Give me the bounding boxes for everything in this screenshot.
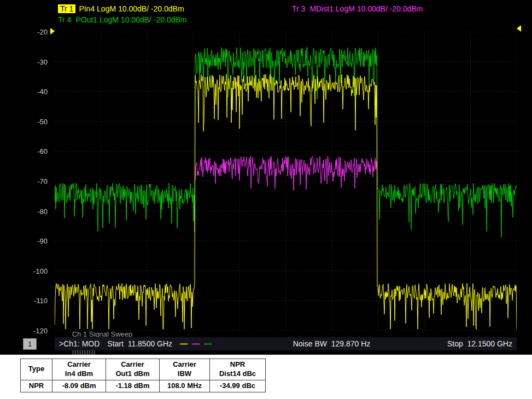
channel-start-group: >Ch1: MOD Start 11.8500 GHz — — — (59, 339, 216, 348)
y-axis-tick-label: -40 (37, 88, 48, 96)
trace-legend-row-3: Tr 3 MDist1 LogM 10.00dB/ -20.0dBm (292, 4, 423, 13)
stop-frequency[interactable]: Stop 12.1500 GHz (447, 339, 512, 348)
y-axis-tick-label: -80 (37, 207, 48, 215)
trace1-dash-icon: — (180, 339, 188, 348)
trace-legend-row-4: Tr 4 POut1 LogM 10.00dB/ -20.0dBm (58, 15, 187, 24)
results-footer: Type CarrierIn4 dBm CarrierOut1 dBm Carr… (0, 355, 532, 399)
col-header-carrier-ibw: CarrierIBW (160, 359, 210, 380)
channel-badge[interactable]: 1 (23, 338, 37, 350)
trace3-selector[interactable]: Tr 3 (292, 4, 305, 13)
cell-npr-dist14: -34.99 dBc (210, 380, 266, 392)
cell-carrier-ibw: 108.0 MHz (160, 380, 210, 392)
vna-screen-page: Tr 1 PIn4 LogM 10.00dB/ -20.0dBm Tr 3 MD… (0, 0, 532, 399)
y-axis-tick-label: -60 (37, 147, 48, 155)
channel-label: >Ch1: MOD (59, 339, 100, 348)
trace4-dash-icon: — (204, 339, 212, 348)
trace1-label[interactable]: PIn4 LogM 10.00dB/ -20.0dBm (79, 4, 184, 13)
col-header-type: Type (21, 359, 52, 380)
y-axis-tick-label: -90 (37, 237, 48, 245)
col-header-npr-dist14: NPRDist14 dBc (210, 359, 266, 380)
table-row: NPR -8.09 dBm -1.18 dBm 108.0 MHz -34.99… (21, 380, 266, 392)
trace1-selector[interactable]: Tr 1 (58, 4, 75, 13)
trace-legend-row-1: Tr 1 PIn4 LogM 10.00dB/ -20.0dBm (58, 4, 184, 13)
y-axis-tick-label: -50 (37, 117, 48, 125)
plot-area[interactable] (55, 32, 517, 331)
y-axis-tick-label: -100 (33, 267, 48, 275)
col-header-carrier-in4: CarrierIn4 dBm (52, 359, 106, 380)
trace3-dash-icon: — (192, 339, 200, 348)
trace4-selector[interactable]: Tr 4 (58, 15, 71, 24)
y-axis: -20-30-40-50-60-70-80-90-100-110-120 (0, 32, 51, 331)
plot-canvas (55, 32, 517, 331)
channel-status-bar: >Ch1: MOD Start 11.8500 GHz — — — Noise … (55, 337, 517, 350)
col-header-carrier-out1: CarrierOut1 dBm (106, 359, 160, 380)
y-axis-tick-label: -120 (33, 327, 48, 335)
ref-level-marker-left-icon[interactable] (50, 28, 55, 34)
y-axis-tick-label: -20 (37, 28, 48, 36)
y-axis-tick-label: -30 (37, 57, 48, 66)
cell-carrier-in4: -8.09 dBm (52, 380, 106, 392)
cell-type: NPR (21, 380, 52, 392)
y-axis-tick-label: -110 (34, 297, 48, 305)
trace4-label[interactable]: POut1 LogM 10.00dB/ -20.0dBm (75, 15, 186, 24)
ref-level-marker-right-icon[interactable] (517, 25, 521, 32)
noise-bandwidth: Noise BW 129.870 Hz (293, 339, 371, 348)
y-axis-tick-label: -70 (37, 177, 48, 186)
cell-carrier-out1: -1.18 dBm (106, 380, 160, 392)
start-frequency[interactable]: Start 11.8500 GHz (107, 339, 172, 348)
trace3-label[interactable]: MDist1 LogM 10.00dB/ -20.0dBm (309, 4, 423, 13)
table-header-row: Type CarrierIn4 dBm CarrierOut1 dBm Carr… (21, 359, 266, 380)
analyzer-display: Tr 1 PIn4 LogM 10.00dB/ -20.0dBm Tr 3 MD… (0, 0, 532, 355)
npr-results-table: Type CarrierIn4 dBm CarrierOut1 dBm Carr… (20, 358, 266, 392)
